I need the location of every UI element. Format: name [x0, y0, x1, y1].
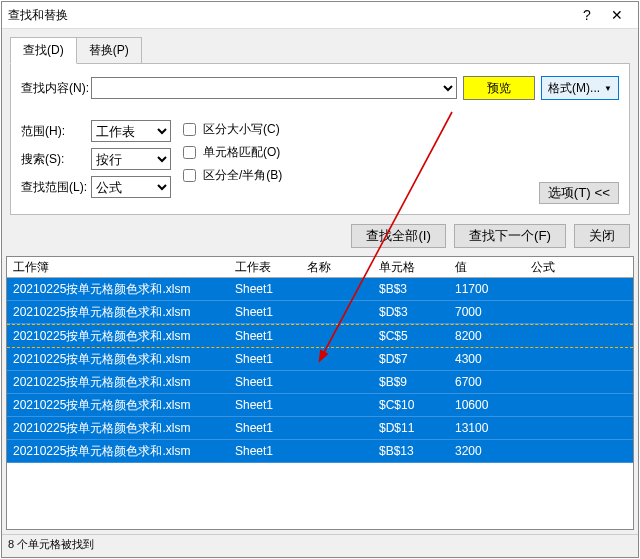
find-replace-dialog: 查找和替换 ? ✕ 查找(D) 替换(P) 查找内容(N): 预览 格式(M).…	[1, 1, 639, 558]
results-body[interactable]: 20210225按单元格颜色求和.xlsmSheet1$B$3117002021…	[7, 278, 633, 529]
results-grid: 工作簿 工作表 名称 单元格 值 公式 20210225按单元格颜色求和.xls…	[6, 256, 634, 530]
matchcase-check[interactable]: 区分大小写(C)	[179, 120, 282, 139]
find-next-button[interactable]: 查找下一个(F)	[454, 224, 566, 248]
action-buttons: 查找全部(I) 查找下一个(F) 关闭	[10, 224, 630, 248]
titlebar: 查找和替换 ? ✕	[2, 2, 638, 29]
lookin-label: 查找范围(L):	[21, 179, 91, 196]
find-all-button[interactable]: 查找全部(I)	[351, 224, 446, 248]
results-header: 工作簿 工作表 名称 单元格 值 公式	[7, 257, 633, 278]
search-label: 搜索(S):	[21, 151, 91, 168]
within-row: 范围(H): 工作表	[21, 120, 171, 142]
close-icon[interactable]: ✕	[602, 5, 632, 25]
table-row[interactable]: 20210225按单元格颜色求和.xlsmSheet1$B$133200	[7, 440, 633, 463]
halfwidth-check[interactable]: 区分全/半角(B)	[179, 166, 282, 185]
table-row[interactable]: 20210225按单元格颜色求和.xlsmSheet1$C$1010600	[7, 394, 633, 417]
search-row: 搜索(S): 按行	[21, 148, 171, 170]
col-cell[interactable]: 单元格	[373, 257, 449, 278]
options-toggle-button[interactable]: 选项(T) <<	[539, 182, 619, 204]
col-sheet[interactable]: 工作表	[229, 257, 301, 278]
chevron-down-icon: ▼	[604, 84, 612, 93]
table-row[interactable]: 20210225按单元格颜色求和.xlsmSheet1$D$37000	[7, 301, 633, 324]
window-title: 查找和替换	[8, 7, 572, 24]
within-select[interactable]: 工作表	[91, 120, 171, 142]
table-row[interactable]: 20210225按单元格颜色求和.xlsmSheet1$C$58200	[7, 324, 633, 348]
entirecell-check[interactable]: 单元格匹配(O)	[179, 143, 282, 162]
tab-row: 查找(D) 替换(P)	[10, 37, 630, 64]
find-what-row: 查找内容(N): 预览 格式(M)... ▼	[21, 76, 619, 100]
options-panel: 查找内容(N): 预览 格式(M)... ▼ 范围(H): 工作表 搜索(S):…	[10, 63, 630, 215]
lookin-select[interactable]: 公式	[91, 176, 171, 198]
table-row[interactable]: 20210225按单元格颜色求和.xlsmSheet1$D$1113100	[7, 417, 633, 440]
search-select[interactable]: 按行	[91, 148, 171, 170]
status-bar: 8 个单元格被找到	[2, 534, 638, 557]
table-row[interactable]: 20210225按单元格颜色求和.xlsmSheet1$B$311700	[7, 278, 633, 301]
tab-find[interactable]: 查找(D)	[10, 37, 77, 64]
find-what-label: 查找内容(N):	[21, 80, 91, 97]
col-formula[interactable]: 公式	[525, 257, 633, 278]
col-workbook[interactable]: 工作簿	[7, 257, 229, 278]
within-label: 范围(H):	[21, 123, 91, 140]
col-name[interactable]: 名称	[301, 257, 373, 278]
lookin-row: 查找范围(L): 公式	[21, 176, 171, 198]
table-row[interactable]: 20210225按单元格颜色求和.xlsmSheet1$D$74300	[7, 348, 633, 371]
format-preview: 预览	[463, 76, 535, 100]
tab-replace[interactable]: 替换(P)	[76, 37, 142, 64]
close-button[interactable]: 关闭	[574, 224, 630, 248]
table-row[interactable]: 20210225按单元格颜色求和.xlsmSheet1$B$96700	[7, 371, 633, 394]
format-button[interactable]: 格式(M)... ▼	[541, 76, 619, 100]
help-icon[interactable]: ?	[572, 5, 602, 25]
col-value[interactable]: 值	[449, 257, 525, 278]
find-what-input[interactable]	[91, 77, 457, 99]
